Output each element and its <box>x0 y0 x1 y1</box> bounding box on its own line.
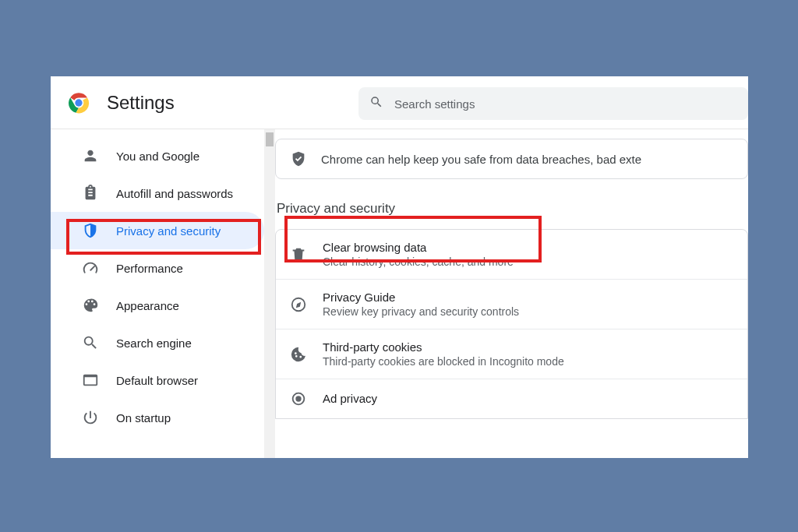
sidebar-item-search-engine[interactable]: Search engine <box>51 324 264 361</box>
sidebar: You and Google Autofill and passwords Pr… <box>51 129 275 458</box>
search-input[interactable] <box>394 97 737 111</box>
row-title: Privacy Guide <box>323 291 519 304</box>
settings-content: Chrome can help keep you safe from data … <box>275 129 748 458</box>
sidebar-item-label: Privacy and security <box>116 224 221 238</box>
row-third-party-cookies[interactable]: Third-party cookies Third-party cookies … <box>276 329 747 379</box>
cookie-icon <box>290 346 307 363</box>
row-subtitle: Review key privacy and security controls <box>323 305 519 318</box>
shield-check-icon <box>290 150 307 167</box>
row-title: Third-party cookies <box>323 340 564 354</box>
sidebar-item-on-startup[interactable]: On startup <box>51 399 264 436</box>
ad-target-icon <box>290 390 307 407</box>
trash-icon <box>290 246 307 263</box>
sidebar-item-appearance[interactable]: Appearance <box>51 287 264 324</box>
sidebar-scroll-thumb[interactable] <box>266 132 274 146</box>
speedometer-icon <box>82 259 99 277</box>
page-title: Settings <box>107 92 175 114</box>
sidebar-item-default-browser[interactable]: Default browser <box>51 361 264 399</box>
settings-window: Settings You and Google Autofill and pas… <box>51 76 748 458</box>
safety-check-banner[interactable]: Chrome can help keep you safe from data … <box>275 139 748 179</box>
row-title: Clear browsing data <box>323 241 514 254</box>
person-icon <box>82 147 99 164</box>
chrome-logo-icon <box>68 92 90 114</box>
sidebar-item-label: Search engine <box>116 336 192 350</box>
search-icon <box>369 95 394 112</box>
sidebar-item-label: You and Google <box>116 150 200 163</box>
sidebar-item-privacy-security[interactable]: Privacy and security <box>51 212 264 249</box>
section-title: Privacy and security <box>277 201 748 217</box>
row-subtitle: Clear history, cookies, cache, and more <box>323 255 514 268</box>
sidebar-scrollbar[interactable] <box>264 129 275 458</box>
sidebar-item-label: Autofill and passwords <box>116 187 233 200</box>
row-title: Ad privacy <box>323 392 377 405</box>
search-settings[interactable] <box>358 87 748 120</box>
clipboard-icon <box>82 185 99 202</box>
sidebar-item-you-and-google[interactable]: You and Google <box>51 137 264 174</box>
row-subtitle: Third-party cookies are blocked in Incog… <box>323 355 564 368</box>
sidebar-item-label: On startup <box>116 411 171 425</box>
sidebar-item-autofill[interactable]: Autofill and passwords <box>51 174 264 212</box>
power-icon <box>82 409 99 426</box>
sidebar-item-label: Default browser <box>116 374 198 387</box>
compass-icon <box>290 296 307 313</box>
palette-icon <box>82 297 99 314</box>
search-icon <box>82 334 99 351</box>
row-clear-browsing-data[interactable]: Clear browsing data Clear history, cooki… <box>276 230 747 280</box>
shield-icon <box>82 222 99 239</box>
topbar: Settings <box>51 76 748 129</box>
sidebar-item-label: Performance <box>116 262 183 275</box>
row-ad-privacy[interactable]: Ad privacy <box>276 379 747 418</box>
sidebar-item-label: Appearance <box>116 299 179 312</box>
privacy-security-card: Clear browsing data Clear history, cooki… <box>275 229 748 419</box>
banner-text: Chrome can help keep you safe from data … <box>321 153 641 166</box>
sidebar-item-performance[interactable]: Performance <box>51 249 264 287</box>
row-privacy-guide[interactable]: Privacy Guide Review key privacy and sec… <box>276 280 747 329</box>
browser-window-icon <box>82 372 99 389</box>
svg-point-2 <box>75 99 82 106</box>
